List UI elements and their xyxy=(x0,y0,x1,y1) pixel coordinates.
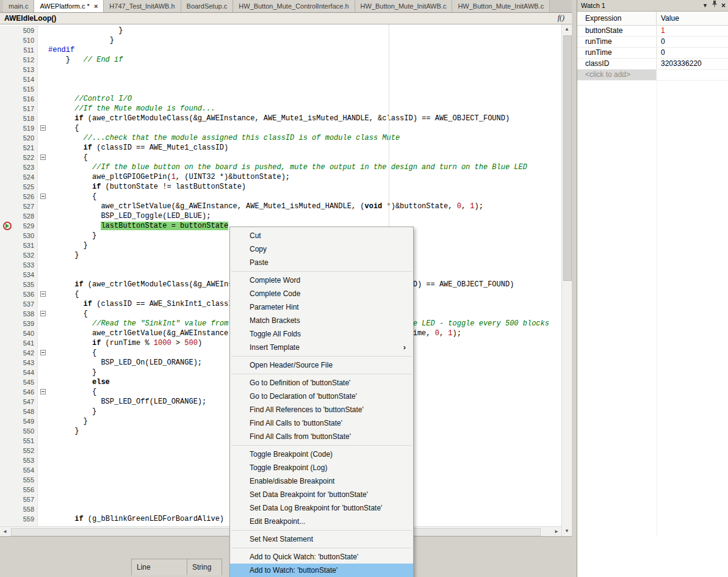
tab-main-c[interactable]: main.c xyxy=(3,0,34,12)
code-line-523[interactable]: 523 //If the blue button on the board is… xyxy=(0,162,561,172)
breakpoint-margin[interactable] xyxy=(0,368,16,377)
pin-icon[interactable] xyxy=(712,0,718,11)
watch-row-runtime[interactable]: runTime0 xyxy=(577,37,728,48)
breakpoint-margin[interactable] xyxy=(0,377,16,387)
code-line-528[interactable]: 528 BSP_LED_Toggle(LED_BLUE); xyxy=(0,211,561,221)
breakpoint-margin[interactable] xyxy=(0,182,16,192)
code-line-514[interactable]: 514 xyxy=(0,74,561,84)
watch-expression[interactable]: runTime xyxy=(577,48,657,58)
breakpoint-margin[interactable] xyxy=(0,407,16,416)
fold-margin[interactable] xyxy=(38,153,48,162)
breakpoint-margin[interactable] xyxy=(0,84,16,94)
code-line-521[interactable]: 521 if (classID == AWE_Mute1_classID) xyxy=(0,143,561,153)
breakpoint-margin[interactable] xyxy=(0,231,16,241)
scroll-right-icon[interactable]: ► xyxy=(552,527,561,536)
breakpoint-margin[interactable] xyxy=(0,416,16,426)
vertical-scrollbar[interactable]: ▲ ▼ xyxy=(561,24,572,536)
breakpoint-margin[interactable] xyxy=(0,260,16,270)
menu-item-add-to-watch-buttonstate[interactable]: Add to Watch: 'buttonState' xyxy=(230,564,413,577)
menu-item-toggle-breakpoint-code[interactable]: Toggle Breakpoint (Code) xyxy=(230,448,413,461)
function-signature-icon[interactable]: f() xyxy=(558,13,564,23)
breakpoint-margin[interactable] xyxy=(0,172,16,182)
code-line-511[interactable]: 511#endif xyxy=(0,45,561,55)
menu-item-match-brackets[interactable]: Match Brackets xyxy=(230,314,413,327)
fold-collapse-icon[interactable] xyxy=(40,291,46,297)
breakpoint-margin[interactable] xyxy=(0,299,16,309)
menu-item-go-to-declaration-of-buttonstate[interactable]: Go to Declaration of 'buttonState' xyxy=(230,390,413,403)
breakpoint-margin[interactable] xyxy=(0,211,16,221)
vertical-scrollbar-thumb[interactable] xyxy=(563,35,572,281)
fold-collapse-icon[interactable] xyxy=(40,350,46,355)
menu-item-go-to-definition-of-buttonstate[interactable]: Go to Definition of 'buttonState' xyxy=(230,376,413,390)
menu-item-find-all-calls-to-buttonstate[interactable]: Find All Calls to 'buttonState' xyxy=(230,416,413,430)
code-line-525[interactable]: 525 if (buttonState != lastButtonState) xyxy=(0,182,561,192)
breakpoint-margin[interactable] xyxy=(0,192,16,201)
breakpoint-margin[interactable] xyxy=(0,387,16,397)
watch-expression[interactable]: buttonState xyxy=(577,26,657,36)
menu-item-open-header-source-file[interactable]: Open Header/Source File xyxy=(230,358,413,372)
breakpoint-margin[interactable] xyxy=(0,328,16,338)
menu-item-set-data-log-breakpoint-for-buttonstate[interactable]: Set Data Log Breakpoint for 'buttonState… xyxy=(230,501,413,515)
breakpoint-margin[interactable] xyxy=(0,201,16,211)
code-line-515[interactable]: 515 xyxy=(0,84,561,94)
watch-value[interactable]: 1 xyxy=(657,26,728,36)
breakpoint-margin[interactable] xyxy=(0,26,16,35)
watch-add-placeholder[interactable]: <click to add> xyxy=(577,70,657,80)
code-line-518[interactable]: 518 if (awe_ctrlGetModuleClass(&g_AWEIns… xyxy=(0,114,561,123)
tab-hw-button-mute-initawb-c[interactable]: HW_Button_Mute_InitAWB.c xyxy=(355,0,453,12)
menu-item-edit-breakpoint[interactable]: Edit Breakpoint... xyxy=(230,515,413,528)
scroll-up-icon[interactable]: ▲ xyxy=(562,24,572,34)
menu-item-set-next-statement[interactable]: Set Next Statement xyxy=(230,532,413,546)
breakpoint-current-statement-icon[interactable] xyxy=(3,222,12,230)
watch-row-buttonstate[interactable]: buttonState1 xyxy=(577,26,728,37)
breakpoint-margin[interactable] xyxy=(0,162,16,172)
breakpoint-margin[interactable] xyxy=(0,309,16,319)
breakpoint-margin[interactable] xyxy=(0,485,16,495)
code-line-522[interactable]: 522 { xyxy=(0,153,561,162)
menu-item-toggle-breakpoint-log[interactable]: Toggle Breakpoint (Log) xyxy=(230,461,413,474)
breakpoint-margin[interactable] xyxy=(0,436,16,446)
breakpoint-margin[interactable] xyxy=(0,504,16,514)
menu-item-find-all-references-to-buttonstate[interactable]: Find All References to 'buttonState' xyxy=(230,403,413,416)
tab-boardsetup-c[interactable]: BoardSetup.c xyxy=(181,0,234,12)
breakpoint-margin[interactable] xyxy=(0,45,16,55)
menu-item-find-all-calls-from-buttonstate[interactable]: Find All Calls from 'buttonState' xyxy=(230,430,413,443)
tab-aweplatform-c[interactable]: AWEPlatform.c *× xyxy=(34,0,104,12)
tab-hw-button-mute-initawb-c[interactable]: HW_Button_Mute_InitAWB.c xyxy=(452,0,550,12)
menu-item-insert-template[interactable]: Insert Template› xyxy=(230,341,413,354)
breakpoint-margin[interactable] xyxy=(0,250,16,260)
fold-collapse-icon[interactable] xyxy=(40,125,46,131)
breakpoint-margin[interactable] xyxy=(0,114,16,123)
menu-item-parameter-hint[interactable]: Parameter Hint xyxy=(230,300,413,314)
menu-item-enable-disable-breakpoint[interactable]: Enable/disable Breakpoint xyxy=(230,474,413,488)
menu-item-complete-word[interactable]: Complete Word xyxy=(230,274,413,287)
menu-item-set-data-breakpoint-for-buttonstate[interactable]: Set Data Breakpoint for 'buttonState' xyxy=(230,488,413,501)
breakpoint-margin[interactable] xyxy=(0,475,16,485)
code-line-516[interactable]: 516 //Control I/O xyxy=(0,94,561,104)
tab-h747-test-initawb-h[interactable]: H747_Test_InitAWB.h xyxy=(104,0,181,12)
code-line-510[interactable]: 510 } xyxy=(0,35,561,45)
watch-value[interactable]: 0 xyxy=(657,48,728,58)
breakpoint-margin[interactable] xyxy=(0,397,16,407)
fold-collapse-icon[interactable] xyxy=(40,154,46,160)
breakpoint-margin[interactable] xyxy=(0,465,16,475)
breakpoint-margin[interactable] xyxy=(0,241,16,250)
breakpoint-margin[interactable] xyxy=(0,426,16,436)
breakpoint-margin[interactable] xyxy=(0,348,16,358)
fold-margin[interactable] xyxy=(38,123,48,133)
fold-collapse-icon[interactable] xyxy=(40,311,46,316)
watch-panel-titlebar[interactable]: Watch 1 ▼ × xyxy=(577,0,728,12)
menu-item-copy[interactable]: Copy xyxy=(230,242,413,256)
breakpoint-margin[interactable] xyxy=(0,455,16,465)
breakpoint-margin[interactable] xyxy=(0,123,16,133)
watch-value[interactable]: 0 xyxy=(657,37,728,47)
breakpoint-margin[interactable] xyxy=(0,280,16,289)
scroll-left-icon[interactable]: ◄ xyxy=(0,527,10,536)
breakpoint-margin[interactable] xyxy=(0,221,16,231)
fold-margin[interactable] xyxy=(38,192,48,201)
breakpoint-margin[interactable] xyxy=(0,319,16,328)
code-line-509[interactable]: 509 } xyxy=(0,26,561,35)
breakpoint-margin[interactable] xyxy=(0,358,16,368)
breakpoint-margin[interactable] xyxy=(0,74,16,84)
code-line-520[interactable]: 520 //...check that the module assigned … xyxy=(0,133,561,143)
